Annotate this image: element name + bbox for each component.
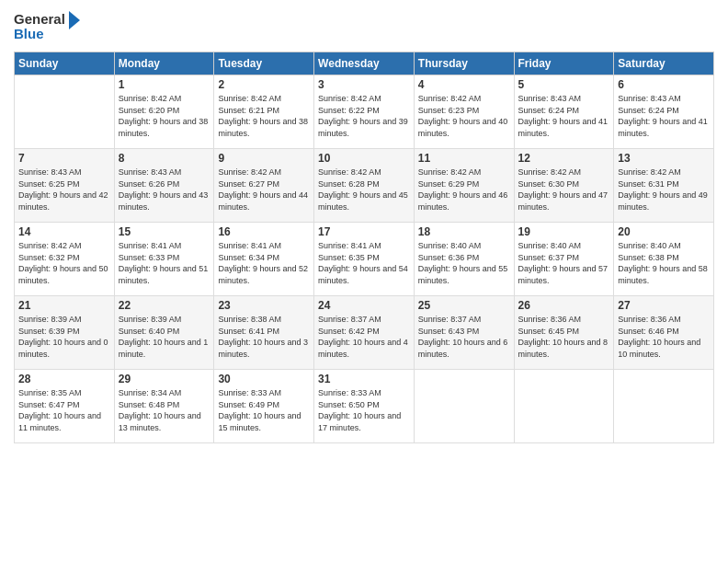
- calendar-cell: [614, 370, 714, 443]
- day-number: 14: [18, 225, 110, 238]
- day-number: 26: [518, 299, 610, 312]
- day-info: Sunrise: 8:42 AM Sunset: 6:22 PM Dayligh…: [318, 93, 410, 139]
- calendar-cell: 19Sunrise: 8:40 AM Sunset: 6:37 PM Dayli…: [514, 223, 614, 296]
- calendar-cell: 29Sunrise: 8:34 AM Sunset: 6:48 PM Dayli…: [114, 370, 214, 443]
- day-info: Sunrise: 8:41 AM Sunset: 6:34 PM Dayligh…: [218, 240, 310, 286]
- calendar-cell: 16Sunrise: 8:41 AM Sunset: 6:34 PM Dayli…: [214, 223, 314, 296]
- calendar-table: SundayMondayTuesdayWednesdayThursdayFrid…: [14, 52, 714, 443]
- day-number: 3: [318, 78, 410, 91]
- day-info: Sunrise: 8:42 AM Sunset: 6:32 PM Dayligh…: [18, 240, 110, 286]
- day-info: Sunrise: 8:33 AM Sunset: 6:50 PM Dayligh…: [318, 387, 410, 433]
- week-row-3: 21Sunrise: 8:39 AM Sunset: 6:39 PM Dayli…: [15, 296, 714, 370]
- day-info: Sunrise: 8:34 AM Sunset: 6:48 PM Dayligh…: [119, 387, 210, 433]
- day-number: 17: [318, 225, 410, 238]
- calendar-cell: 27Sunrise: 8:36 AM Sunset: 6:46 PM Dayli…: [614, 296, 714, 370]
- week-row-4: 28Sunrise: 8:35 AM Sunset: 6:47 PM Dayli…: [15, 370, 714, 443]
- day-number: 19: [518, 225, 610, 238]
- day-number: 22: [119, 299, 210, 312]
- calendar-body: 1Sunrise: 8:42 AM Sunset: 6:20 PM Daylig…: [15, 75, 714, 443]
- day-number: 10: [318, 152, 410, 165]
- week-row-1: 7Sunrise: 8:43 AM Sunset: 6:25 PM Daylig…: [15, 149, 714, 223]
- header: GeneralBlue: [14, 9, 714, 44]
- day-info: Sunrise: 8:43 AM Sunset: 6:24 PM Dayligh…: [618, 93, 710, 139]
- svg-text:Blue: Blue: [14, 26, 44, 41]
- day-number: 24: [318, 299, 410, 312]
- calendar-cell: [514, 370, 614, 443]
- day-info: Sunrise: 8:40 AM Sunset: 6:37 PM Dayligh…: [518, 240, 610, 286]
- calendar-cell: 28Sunrise: 8:35 AM Sunset: 6:47 PM Dayli…: [15, 370, 115, 443]
- calendar-cell: 20Sunrise: 8:40 AM Sunset: 6:38 PM Dayli…: [614, 223, 714, 296]
- day-number: 11: [418, 152, 510, 165]
- calendar-cell: 26Sunrise: 8:36 AM Sunset: 6:45 PM Dayli…: [514, 296, 614, 370]
- day-info: Sunrise: 8:39 AM Sunset: 6:39 PM Dayligh…: [18, 314, 110, 360]
- day-number: 9: [218, 152, 310, 165]
- day-number: 13: [618, 152, 710, 165]
- day-info: Sunrise: 8:38 AM Sunset: 6:41 PM Dayligh…: [218, 314, 310, 360]
- header-cell-saturday: Saturday: [614, 52, 714, 75]
- header-cell-wednesday: Wednesday: [314, 52, 415, 75]
- calendar-cell: 1Sunrise: 8:42 AM Sunset: 6:20 PM Daylig…: [114, 75, 214, 149]
- day-number: 23: [218, 299, 310, 312]
- week-row-0: 1Sunrise: 8:42 AM Sunset: 6:20 PM Daylig…: [15, 75, 714, 149]
- day-number: 1: [119, 78, 210, 91]
- calendar-cell: 31Sunrise: 8:33 AM Sunset: 6:50 PM Dayli…: [314, 370, 415, 443]
- calendar-cell: 17Sunrise: 8:41 AM Sunset: 6:35 PM Dayli…: [314, 223, 415, 296]
- day-info: Sunrise: 8:37 AM Sunset: 6:42 PM Dayligh…: [318, 314, 410, 360]
- calendar-cell: 14Sunrise: 8:42 AM Sunset: 6:32 PM Dayli…: [15, 223, 115, 296]
- day-info: Sunrise: 8:42 AM Sunset: 6:21 PM Dayligh…: [218, 93, 310, 139]
- day-number: 7: [18, 152, 110, 165]
- week-row-2: 14Sunrise: 8:42 AM Sunset: 6:32 PM Dayli…: [15, 223, 714, 296]
- day-info: Sunrise: 8:43 AM Sunset: 6:25 PM Dayligh…: [18, 167, 110, 213]
- day-info: Sunrise: 8:40 AM Sunset: 6:36 PM Dayligh…: [418, 240, 510, 286]
- day-number: 6: [618, 78, 710, 91]
- logo: GeneralBlue: [14, 9, 87, 44]
- svg-text:General: General: [14, 11, 65, 27]
- day-info: Sunrise: 8:36 AM Sunset: 6:46 PM Dayligh…: [618, 314, 710, 360]
- day-info: Sunrise: 8:39 AM Sunset: 6:40 PM Dayligh…: [119, 314, 210, 360]
- day-info: Sunrise: 8:40 AM Sunset: 6:38 PM Dayligh…: [618, 240, 710, 286]
- day-number: 8: [119, 152, 210, 165]
- calendar-header: SundayMondayTuesdayWednesdayThursdayFrid…: [15, 52, 714, 75]
- calendar-cell: 22Sunrise: 8:39 AM Sunset: 6:40 PM Dayli…: [114, 296, 214, 370]
- day-info: Sunrise: 8:33 AM Sunset: 6:49 PM Dayligh…: [218, 387, 310, 433]
- day-number: 30: [218, 373, 310, 385]
- day-number: 4: [418, 78, 510, 91]
- calendar-cell: 25Sunrise: 8:37 AM Sunset: 6:43 PM Dayli…: [414, 296, 514, 370]
- header-cell-tuesday: Tuesday: [214, 52, 314, 75]
- logo-svg: GeneralBlue: [14, 9, 87, 44]
- day-info: Sunrise: 8:42 AM Sunset: 6:30 PM Dayligh…: [518, 167, 610, 213]
- header-cell-sunday: Sunday: [15, 52, 115, 75]
- header-cell-monday: Monday: [114, 52, 214, 75]
- day-info: Sunrise: 8:41 AM Sunset: 6:35 PM Dayligh…: [318, 240, 410, 286]
- day-number: 16: [218, 225, 310, 238]
- calendar-cell: 13Sunrise: 8:42 AM Sunset: 6:31 PM Dayli…: [614, 149, 714, 223]
- calendar-cell: 21Sunrise: 8:39 AM Sunset: 6:39 PM Dayli…: [15, 296, 115, 370]
- day-info: Sunrise: 8:41 AM Sunset: 6:33 PM Dayligh…: [119, 240, 210, 286]
- calendar-cell: 23Sunrise: 8:38 AM Sunset: 6:41 PM Dayli…: [214, 296, 314, 370]
- day-number: 29: [119, 373, 210, 385]
- header-cell-thursday: Thursday: [414, 52, 514, 75]
- page: GeneralBlue SundayMondayTuesdayWednesday…: [0, 0, 728, 563]
- day-number: 28: [18, 373, 110, 385]
- calendar-cell: 24Sunrise: 8:37 AM Sunset: 6:42 PM Dayli…: [314, 296, 415, 370]
- day-info: Sunrise: 8:42 AM Sunset: 6:27 PM Dayligh…: [218, 167, 310, 213]
- header-row: SundayMondayTuesdayWednesdayThursdayFrid…: [15, 52, 714, 75]
- calendar-cell: 6Sunrise: 8:43 AM Sunset: 6:24 PM Daylig…: [614, 75, 714, 149]
- day-number: 15: [119, 225, 210, 238]
- calendar-cell: 18Sunrise: 8:40 AM Sunset: 6:36 PM Dayli…: [414, 223, 514, 296]
- calendar-cell: 9Sunrise: 8:42 AM Sunset: 6:27 PM Daylig…: [214, 149, 314, 223]
- day-info: Sunrise: 8:36 AM Sunset: 6:45 PM Dayligh…: [518, 314, 610, 360]
- calendar-cell: 2Sunrise: 8:42 AM Sunset: 6:21 PM Daylig…: [214, 75, 314, 149]
- calendar-cell: [414, 370, 514, 443]
- calendar-cell: 4Sunrise: 8:42 AM Sunset: 6:23 PM Daylig…: [414, 75, 514, 149]
- day-number: 18: [418, 225, 510, 238]
- calendar-cell: 3Sunrise: 8:42 AM Sunset: 6:22 PM Daylig…: [314, 75, 415, 149]
- svg-marker-2: [69, 11, 80, 29]
- day-number: 27: [618, 299, 710, 312]
- day-number: 21: [18, 299, 110, 312]
- day-number: 20: [618, 225, 710, 238]
- day-info: Sunrise: 8:43 AM Sunset: 6:26 PM Dayligh…: [119, 167, 210, 213]
- day-number: 25: [418, 299, 510, 312]
- calendar-cell: 15Sunrise: 8:41 AM Sunset: 6:33 PM Dayli…: [114, 223, 214, 296]
- day-info: Sunrise: 8:42 AM Sunset: 6:29 PM Dayligh…: [418, 167, 510, 213]
